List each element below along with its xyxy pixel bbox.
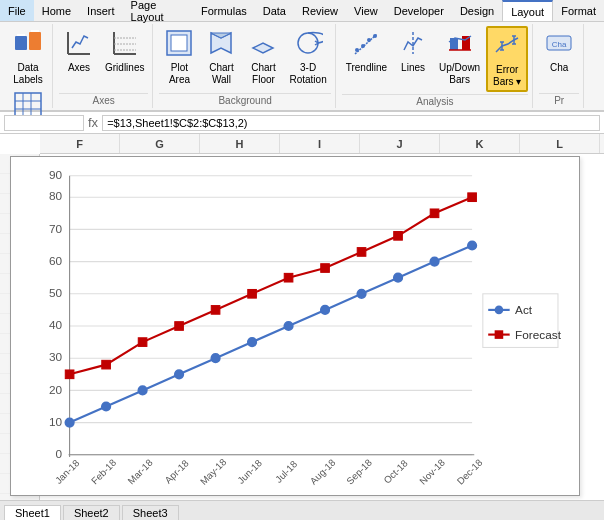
svg-rect-87 bbox=[175, 322, 184, 331]
menu-bar: File Home Insert Page Layout Formulas Da… bbox=[0, 0, 604, 22]
svg-text:20: 20 bbox=[49, 383, 63, 397]
menu-design[interactable]: Design bbox=[452, 0, 502, 21]
axes-icon bbox=[64, 28, 94, 62]
svg-text:Jul-18: Jul-18 bbox=[273, 458, 299, 484]
chart-wall-label: ChartWall bbox=[209, 62, 233, 86]
error-bars-label: ErrorBars ▾ bbox=[493, 64, 521, 88]
svg-rect-3 bbox=[31, 30, 39, 32]
col-k: K bbox=[440, 134, 520, 153]
svg-point-25 bbox=[367, 38, 371, 42]
ribbon: DataLabels DataTable Axes bbox=[0, 22, 604, 112]
chart-name-label: Cha bbox=[550, 62, 568, 74]
svg-rect-0 bbox=[15, 36, 27, 50]
svg-point-79 bbox=[321, 306, 330, 315]
up-down-bars-icon bbox=[445, 28, 475, 62]
menu-format[interactable]: Format bbox=[553, 0, 604, 21]
svg-rect-85 bbox=[102, 360, 111, 369]
chart-floor-button[interactable]: ChartFloor bbox=[243, 26, 283, 88]
svg-rect-2 bbox=[17, 34, 25, 36]
trendline-label: Trendline bbox=[346, 62, 387, 74]
axes-label: Axes bbox=[68, 62, 90, 74]
svg-text:Mar-18: Mar-18 bbox=[125, 457, 154, 486]
plot-area-icon bbox=[164, 28, 194, 62]
svg-rect-94 bbox=[430, 209, 439, 218]
svg-rect-84 bbox=[65, 370, 74, 379]
error-bars-icon bbox=[492, 30, 522, 64]
ribbon-group-data: DataLabels DataTable bbox=[4, 24, 53, 108]
menu-formulas[interactable]: Formulas bbox=[193, 0, 255, 21]
col-i: I bbox=[280, 134, 360, 153]
svg-text:90: 90 bbox=[49, 168, 63, 182]
svg-point-80 bbox=[357, 290, 366, 299]
chart-floor-label: ChartFloor bbox=[251, 62, 275, 86]
col-f: F bbox=[40, 134, 120, 153]
trendline-button[interactable]: Trendline bbox=[342, 26, 391, 76]
svg-point-83 bbox=[468, 241, 477, 250]
menu-developer[interactable]: Developer bbox=[386, 0, 452, 21]
sheet-tab-1[interactable]: Sheet1 bbox=[4, 505, 61, 520]
menu-file[interactable]: File bbox=[0, 0, 34, 21]
properties-group-label: Pr bbox=[539, 93, 579, 106]
background-group-label: Background bbox=[159, 93, 330, 106]
svg-rect-93 bbox=[394, 232, 403, 241]
sheet-tab-3[interactable]: Sheet3 bbox=[122, 505, 179, 520]
svg-text:30: 30 bbox=[49, 350, 63, 364]
svg-point-77 bbox=[248, 338, 257, 347]
3d-rotation-button[interactable]: 3-DRotation bbox=[285, 26, 330, 88]
menu-insert[interactable]: Insert bbox=[79, 0, 123, 21]
chart-svg: 0 10 20 30 40 50 60 70 80 90 Jan-18 Feb-… bbox=[19, 165, 571, 487]
svg-text:80: 80 bbox=[49, 189, 63, 203]
svg-point-72 bbox=[65, 418, 74, 427]
chart-name-button[interactable]: Cha Cha bbox=[539, 26, 579, 76]
lines-label: Lines bbox=[401, 62, 425, 74]
data-labels-button[interactable]: DataLabels bbox=[8, 26, 48, 88]
svg-text:May-18: May-18 bbox=[198, 456, 229, 487]
menu-view[interactable]: View bbox=[346, 0, 386, 21]
up-down-bars-button[interactable]: Up/DownBars bbox=[435, 26, 484, 88]
formula-input[interactable] bbox=[102, 115, 600, 131]
axes-group-label: Axes bbox=[59, 93, 148, 106]
formula-equals: fx bbox=[88, 115, 98, 130]
svg-text:Nov-18: Nov-18 bbox=[417, 457, 447, 487]
svg-text:Apr-18: Apr-18 bbox=[162, 458, 190, 486]
svg-text:Cha: Cha bbox=[552, 40, 567, 49]
svg-text:Forecast: Forecast bbox=[515, 328, 562, 342]
menu-layout[interactable]: Layout bbox=[502, 0, 553, 21]
svg-point-81 bbox=[394, 273, 403, 282]
svg-rect-92 bbox=[357, 248, 366, 257]
menu-data[interactable]: Data bbox=[255, 0, 294, 21]
gridlines-button[interactable]: Gridlines bbox=[101, 26, 148, 76]
svg-text:60: 60 bbox=[49, 254, 63, 268]
col-m: M bbox=[600, 134, 604, 153]
chart-wall-button[interactable]: ChartWall bbox=[201, 26, 241, 88]
svg-text:Feb-18: Feb-18 bbox=[89, 457, 118, 486]
analysis-group-label: Analysis bbox=[342, 94, 528, 107]
menu-page-layout[interactable]: Page Layout bbox=[123, 0, 193, 21]
ribbon-group-analysis: Trendline Lines Up/DownBars ErrorBars ▾ bbox=[338, 24, 533, 108]
menu-home[interactable]: Home bbox=[34, 0, 79, 21]
3d-rotation-label: 3-DRotation bbox=[289, 62, 326, 86]
formula-bar: fx bbox=[0, 112, 604, 134]
cell-reference[interactable] bbox=[4, 115, 84, 131]
chart-container[interactable]: 0 10 20 30 40 50 60 70 80 90 Jan-18 Feb-… bbox=[10, 156, 580, 496]
sheet-area: F G H I J K L M 1 2 3 4 5 6 7 8 9 10 11 … bbox=[0, 134, 604, 520]
lines-button[interactable]: Lines bbox=[393, 26, 433, 76]
chart-wall-icon bbox=[206, 28, 236, 62]
svg-point-76 bbox=[211, 354, 220, 363]
sheet-tab-2[interactable]: Sheet2 bbox=[63, 505, 120, 520]
svg-point-74 bbox=[138, 386, 147, 395]
svg-point-98 bbox=[495, 306, 504, 315]
svg-rect-86 bbox=[138, 338, 147, 347]
error-bars-button[interactable]: ErrorBars ▾ bbox=[486, 26, 528, 92]
ribbon-group-properties: Cha Cha Pr bbox=[535, 24, 584, 108]
plot-area-button[interactable]: PlotArea bbox=[159, 26, 199, 88]
svg-point-24 bbox=[361, 44, 365, 48]
axes-button[interactable]: Axes bbox=[59, 26, 99, 76]
lines-icon bbox=[398, 28, 428, 62]
menu-review[interactable]: Review bbox=[294, 0, 346, 21]
svg-text:70: 70 bbox=[49, 222, 63, 236]
svg-point-26 bbox=[373, 34, 377, 38]
svg-text:Jan-18: Jan-18 bbox=[53, 457, 82, 486]
svg-text:10: 10 bbox=[49, 415, 63, 429]
up-down-bars-label: Up/DownBars bbox=[439, 62, 480, 86]
